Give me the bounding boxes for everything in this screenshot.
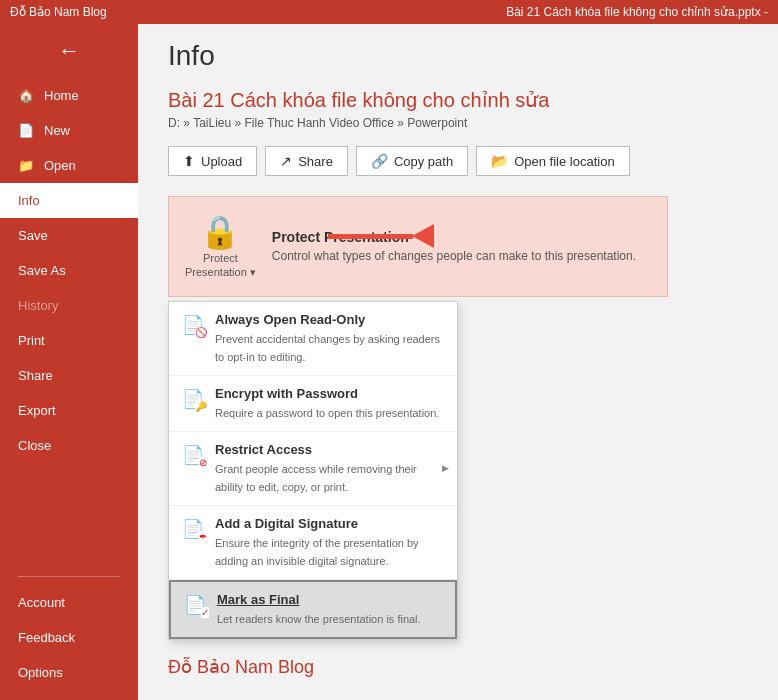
sidebar-label-options: Options [18, 665, 63, 680]
new-icon: 📄 [18, 123, 34, 138]
upload-icon: ⬆ [183, 153, 195, 169]
restrict-no-icon: ⊘ [199, 457, 207, 468]
protect-presentation-button[interactable]: 🔒 ProtectPresentation ▾ [185, 213, 256, 280]
sidebar-divider [18, 576, 120, 577]
home-icon: 🏠 [18, 88, 34, 103]
mark-final-title: Mark as Final [217, 592, 421, 607]
main-layout: ← 🏠 Home 📄 New 📁 Open Info Save Save A [0, 24, 778, 700]
share-icon: ↗ [280, 153, 292, 169]
sidebar-item-new[interactable]: 📄 New [0, 113, 138, 148]
protect-area: 🔒 ProtectPresentation ▾ Protect Presenta… [168, 196, 668, 640]
sidebar-label-share: Share [18, 368, 53, 383]
dropdown-menu: 📄 🚫 Always Open Read-Only Prevent accide… [168, 301, 458, 640]
sidebar-item-export[interactable]: Export [0, 393, 138, 428]
signature-content: Add a Digital Signature Ensure the integ… [215, 516, 445, 569]
read-only-content: Always Open Read-Only Prevent accidental… [215, 312, 445, 365]
sidebar-item-saveas[interactable]: Save As [0, 253, 138, 288]
sidebar: ← 🏠 Home 📄 New 📁 Open Info Save Save A [0, 24, 138, 700]
sidebar-label-info: Info [18, 193, 40, 208]
sidebar-item-info[interactable]: Info [0, 183, 138, 218]
encrypt-desc: Require a password to open this presenta… [215, 407, 439, 419]
key-icon: 🔑 [195, 401, 207, 412]
open-location-icon: 📂 [491, 153, 508, 169]
no-symbol-icon: 🚫 [195, 327, 207, 338]
sidebar-item-open[interactable]: 📁 Open [0, 148, 138, 183]
sidebar-label-account: Account [18, 595, 65, 610]
title-bar: Đỗ Bảo Nam Blog Bài 21 Cách khóa file kh… [0, 0, 778, 24]
sidebar-item-close[interactable]: Close [0, 428, 138, 463]
title-bar-right: Bài 21 Cách khóa file không cho chỉnh sử… [506, 5, 768, 19]
arrow-head [412, 224, 434, 248]
read-only-icon: 📄 🚫 [181, 314, 205, 336]
protect-text: Protect Presentation Control what types … [272, 229, 636, 263]
sidebar-item-options[interactable]: Options [0, 655, 138, 690]
sidebar-item-print[interactable]: Print [0, 323, 138, 358]
footer-blog: Đỗ Bảo Nam Blog [168, 656, 748, 678]
read-only-desc: Prevent accidental changes by asking rea… [215, 333, 440, 363]
sidebar-label-home: Home [44, 88, 79, 103]
sidebar-item-account[interactable]: Account [0, 585, 138, 620]
open-icon: 📁 [18, 158, 34, 173]
sidebar-label-print: Print [18, 333, 45, 348]
toolbar-row: ⬆ Upload ↗ Share 🔗 Copy path 📂 Open file… [168, 146, 748, 176]
red-arrow [328, 224, 434, 248]
dropdown-restrict-access[interactable]: 📄 ⊘ Restrict Access Grant people access … [169, 432, 457, 506]
sidebar-item-share[interactable]: Share [0, 358, 138, 393]
restrict-content: Restrict Access Grant people access whil… [215, 442, 445, 495]
read-only-title: Always Open Read-Only [215, 312, 445, 327]
sidebar-nav: 🏠 Home 📄 New 📁 Open Info Save Save As Hi… [0, 78, 138, 568]
dropdown-digital-signature[interactable]: 📄 ✒ Add a Digital Signature Ensure the i… [169, 506, 457, 580]
sidebar-label-new: New [44, 123, 70, 138]
doc-title: Bài 21 Cách khóa file không cho chỉnh sử… [168, 88, 748, 112]
sidebar-bottom: Account Feedback Options [0, 585, 138, 700]
sidebar-label-history: History [18, 298, 58, 313]
signature-icon: 📄 ✒ [181, 518, 205, 540]
sidebar-item-save[interactable]: Save [0, 218, 138, 253]
back-button[interactable]: ← [0, 24, 138, 78]
open-location-button[interactable]: 📂 Open file location [476, 146, 629, 176]
page-title: Info [168, 40, 748, 72]
mark-final-desc: Let readers know the presentation is fin… [217, 613, 421, 625]
main-content: Info Bài 21 Cách khóa file không cho chỉ… [138, 24, 778, 700]
encrypt-content: Encrypt with Password Require a password… [215, 386, 439, 421]
checkmark-icon: ✓ [201, 607, 209, 618]
encrypt-title: Encrypt with Password [215, 386, 439, 401]
restrict-title: Restrict Access [215, 442, 445, 457]
restrict-icon: 📄 ⊘ [181, 444, 205, 466]
sidebar-label-export: Export [18, 403, 56, 418]
title-bar-left: Đỗ Bảo Nam Blog [10, 5, 107, 19]
protect-description: Control what types of changes people can… [272, 249, 636, 263]
signature-desc: Ensure the integrity of the presentation… [215, 537, 419, 567]
dropdown-encrypt-password[interactable]: 📄 🔑 Encrypt with Password Require a pass… [169, 376, 457, 432]
protect-title: Protect Presentation [272, 229, 636, 245]
share-button[interactable]: ↗ Share [265, 146, 348, 176]
mark-final-icon: 📄 ✓ [183, 594, 207, 616]
encrypt-icon: 📄 🔑 [181, 388, 205, 410]
signature-title: Add a Digital Signature [215, 516, 445, 531]
sidebar-item-home[interactable]: 🏠 Home [0, 78, 138, 113]
restrict-desc: Grant people access while removing their… [215, 463, 417, 493]
copy-path-icon: 🔗 [371, 153, 388, 169]
doc-path: D: » TaiLieu » File Thuc Hanh Video Offi… [168, 116, 748, 130]
dropdown-mark-final[interactable]: 📄 ✓ Mark as Final Let readers know the p… [169, 580, 457, 639]
sidebar-label-saveas: Save As [18, 263, 66, 278]
sidebar-label-open: Open [44, 158, 76, 173]
sidebar-item-history: History [0, 288, 138, 323]
upload-button[interactable]: ⬆ Upload [168, 146, 257, 176]
signature-pen-icon: ✒ [199, 531, 207, 542]
sidebar-label-feedback: Feedback [18, 630, 75, 645]
dropdown-always-read-only[interactable]: 📄 🚫 Always Open Read-Only Prevent accide… [169, 302, 457, 376]
arrow-line [328, 234, 413, 239]
sidebar-label-close: Close [18, 438, 51, 453]
protect-icon: 🔒 [200, 213, 240, 251]
sidebar-item-feedback[interactable]: Feedback [0, 620, 138, 655]
copy-path-button[interactable]: 🔗 Copy path [356, 146, 468, 176]
sidebar-label-save: Save [18, 228, 48, 243]
mark-final-content: Mark as Final Let readers know the prese… [217, 592, 421, 627]
